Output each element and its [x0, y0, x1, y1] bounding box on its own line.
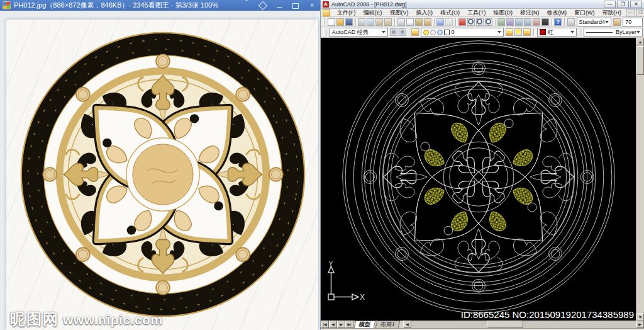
- image-viewer-window: PH012.jpg（886×872像素，846KB）- 2345看图王 - 第3…: [0, 0, 322, 330]
- workspace-lock-icon[interactable]: [399, 28, 406, 36]
- layer-color-icon: [444, 30, 450, 35]
- cad-minimize-button[interactable]: —: [604, 1, 616, 8]
- chevron-down-icon: [570, 31, 574, 33]
- chevron-down-icon: [605, 21, 609, 23]
- zoom-previous-icon[interactable]: [485, 18, 492, 26]
- open-icon[interactable]: [336, 18, 344, 26]
- menu-insert[interactable]: 插入(I): [413, 9, 437, 17]
- save-icon[interactable]: [345, 18, 353, 26]
- watermark-url: www.nipic.com: [63, 312, 163, 327]
- publish-icon[interactable]: [375, 18, 383, 26]
- dim-style-combo[interactable]: Standard4: [577, 18, 612, 26]
- plot-preview-icon[interactable]: [367, 18, 374, 26]
- match-properties-icon[interactable]: [424, 18, 431, 26]
- layer-previous-icon[interactable]: [523, 28, 531, 36]
- menu-tools[interactable]: 工具(T): [464, 9, 490, 17]
- markup-set-manager-icon[interactable]: [533, 18, 540, 26]
- dwf-icon[interactable]: [384, 18, 392, 26]
- tab-model[interactable]: 模型: [354, 321, 376, 328]
- block-editor-icon[interactable]: [541, 18, 549, 26]
- layer-properties-icon[interactable]: [411, 28, 419, 36]
- scroll-left-arrow[interactable]: ◀: [403, 321, 411, 328]
- menu-view[interactable]: 视图(V): [386, 9, 413, 17]
- zoom-realtime-icon[interactable]: [467, 18, 475, 26]
- viewer-restore-button[interactable]: [292, 3, 299, 9]
- workspace-settings-icon[interactable]: [390, 28, 397, 36]
- tool-palettes-icon[interactable]: [515, 18, 523, 26]
- paste-icon[interactable]: [415, 18, 423, 26]
- marble-photo[interactable]: 昵图网 www.nipic.com: [6, 20, 318, 330]
- dim-scale-value: 70: [625, 19, 631, 25]
- menu-draw[interactable]: 绘图(D): [490, 9, 517, 17]
- zoom-window-icon[interactable]: [476, 18, 484, 26]
- viewer-titlebar[interactable]: PH012.jpg（886×872像素，846KB）- 2345看图王 - 第3…: [0, 0, 322, 11]
- tab-next-button[interactable]: ▶: [337, 321, 345, 328]
- layers-toolbar: AutoCAD 经典 0 红: [321, 27, 644, 38]
- viewer-menu-button[interactable]: [243, 2, 250, 9]
- menu-format[interactable]: 格式(O): [436, 9, 464, 17]
- mdi-minimize-button[interactable]: —: [626, 9, 635, 16]
- linetype-combo[interactable]: ByLayer: [584, 28, 643, 37]
- ucs-x-label: X: [360, 293, 365, 302]
- pan-realtime-icon[interactable]: [458, 18, 466, 26]
- cad-restore-button[interactable]: ❐: [617, 1, 629, 8]
- cad-menubar: 文件(F) 编辑(E) 视图(V) 插入(I) 格式(O) 工具(T) 绘图(D…: [321, 9, 644, 17]
- dim-scale-field[interactable]: 70: [623, 18, 643, 26]
- viewer-close-button[interactable]: ×: [308, 2, 316, 9]
- menu-edit[interactable]: 编辑(E): [360, 9, 386, 17]
- properties-icon[interactable]: [497, 18, 505, 26]
- menu-modify[interactable]: 修改(M): [543, 9, 571, 17]
- layer-combo[interactable]: 0: [421, 28, 504, 37]
- horizontal-scroll-thumb[interactable]: [487, 321, 523, 328]
- chevron-down-icon: [244, 0, 249, 9]
- designcenter-icon[interactable]: [506, 18, 514, 26]
- tab-layout1[interactable]: 布局1: [375, 321, 401, 328]
- viewer-fullscreen-button[interactable]: [259, 2, 267, 9]
- viewer-title: PH012.jpg（886×872像素，846KB）- 2345看图王 - 第3…: [14, 1, 243, 10]
- new-icon[interactable]: [328, 18, 335, 26]
- toolbar-grip[interactable]: [323, 18, 325, 25]
- scroll-down-arrow[interactable]: ▼: [636, 313, 644, 321]
- chevron-down-icon: [497, 31, 501, 33]
- help-icon[interactable]: ?: [554, 18, 562, 26]
- drawing-canvas[interactable]: Y X ID:8665245 NO:20150919201734385989: [321, 38, 636, 321]
- color-swatch-red: [540, 29, 546, 35]
- cut-icon[interactable]: [397, 18, 405, 26]
- cad-close-button[interactable]: ✕: [630, 1, 642, 8]
- dim-style-value: Standard4: [579, 19, 606, 25]
- toolbar-grip[interactable]: [323, 29, 326, 36]
- copy-icon[interactable]: [406, 18, 414, 26]
- vertical-scroll-thumb[interactable]: [636, 46, 644, 75]
- layer-states-icon[interactable]: [506, 28, 513, 36]
- fullscreen-icon: [258, 1, 267, 10]
- menu-dimension[interactable]: 标注(N): [516, 9, 543, 17]
- menu-help[interactable]: 帮助(H): [599, 9, 626, 17]
- menu-window[interactable]: 窗口(W): [570, 9, 599, 17]
- sheet-set-manager-icon[interactable]: [524, 18, 531, 26]
- mdi-restore-button[interactable]: ❐: [636, 9, 644, 16]
- undo-icon[interactable]: [436, 18, 444, 26]
- autocad-app-icon: A: [323, 1, 329, 8]
- cad-titlebar[interactable]: A AutoCAD 2008 - [PH012.dwg] — ❐ ✕: [321, 0, 644, 9]
- viewer-minimize-button[interactable]: [275, 4, 283, 8]
- tab-prev-button[interactable]: ◀: [329, 321, 337, 328]
- workspace-combo[interactable]: AutoCAD 经典: [330, 28, 388, 37]
- redo-icon[interactable]: [445, 18, 453, 26]
- cad-title: AutoCAD 2008 - [PH012.dwg]: [331, 1, 602, 8]
- color-combo[interactable]: 红: [537, 28, 577, 37]
- dim-style-icon[interactable]: [567, 18, 575, 26]
- tab-first-button[interactable]: |◀: [321, 321, 329, 328]
- layer-name-value: 0: [451, 29, 454, 35]
- text-style-icon[interactable]: [613, 18, 621, 26]
- horizontal-scrollbar[interactable]: ◀ ▶: [403, 321, 644, 328]
- menu-file[interactable]: 文件(F): [333, 9, 360, 17]
- ucs-icon: Y X: [323, 261, 367, 305]
- minimize-icon: [277, 7, 282, 8]
- scroll-up-arrow[interactable]: ▲: [636, 38, 644, 45]
- scroll-right-arrow[interactable]: ▶: [636, 321, 644, 328]
- make-layer-current-icon[interactable]: [514, 28, 522, 36]
- tab-last-button[interactable]: ▶|: [345, 321, 353, 328]
- vertical-scrollbar[interactable]: ▲ ▼: [636, 38, 644, 321]
- watermark-brand: 昵图网: [10, 309, 59, 329]
- plot-icon[interactable]: [358, 18, 365, 26]
